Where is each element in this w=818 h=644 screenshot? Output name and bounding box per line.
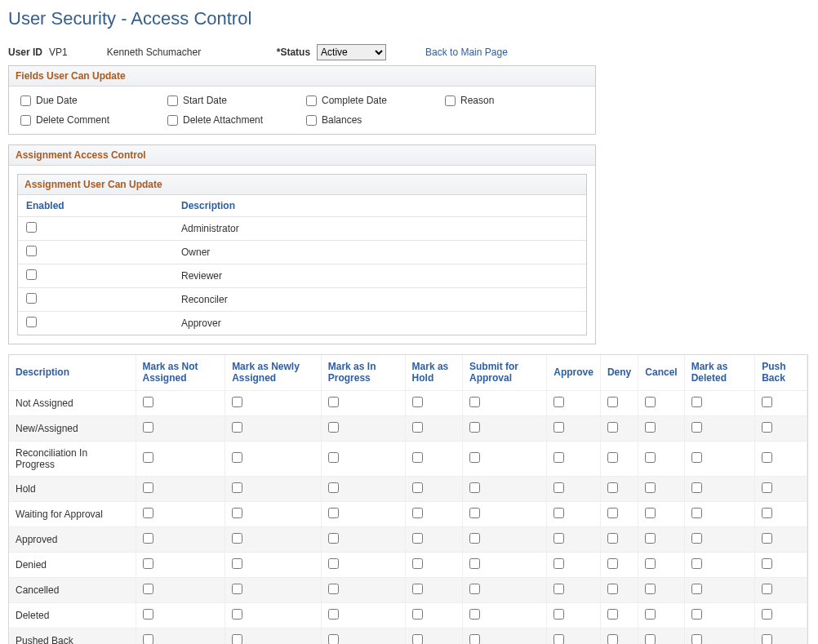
matrix-checkbox[interactable]: [232, 558, 242, 569]
matrix-checkbox[interactable]: [328, 558, 339, 569]
field-delete-attachment[interactable]: Delete Attachment: [167, 114, 306, 126]
matrix-checkbox[interactable]: [607, 634, 618, 644]
matrix-checkbox[interactable]: [607, 584, 618, 594]
enabled-checkbox[interactable]: [26, 222, 37, 233]
matrix-checkbox[interactable]: [691, 397, 702, 407]
matrix-checkbox[interactable]: [328, 422, 339, 433]
matrix-checkbox[interactable]: [412, 634, 423, 644]
matrix-checkbox[interactable]: [553, 452, 564, 463]
matrix-checkbox[interactable]: [553, 558, 564, 569]
matrix-checkbox[interactable]: [645, 533, 656, 544]
matrix-checkbox[interactable]: [143, 422, 153, 433]
matrix-checkbox[interactable]: [762, 422, 772, 433]
col-description[interactable]: Description: [173, 195, 586, 217]
matrix-col-header[interactable]: Description: [9, 355, 136, 390]
matrix-checkbox[interactable]: [143, 634, 153, 644]
matrix-checkbox[interactable]: [691, 482, 702, 493]
matrix-checkbox[interactable]: [328, 609, 339, 620]
matrix-col-header[interactable]: Mark as Newly Assigned: [225, 355, 322, 390]
matrix-checkbox[interactable]: [762, 397, 772, 407]
matrix-col-header[interactable]: Mark as Hold: [405, 355, 462, 390]
matrix-checkbox[interactable]: [232, 508, 242, 518]
matrix-checkbox[interactable]: [762, 609, 772, 620]
matrix-checkbox[interactable]: [412, 397, 423, 407]
matrix-checkbox[interactable]: [762, 634, 772, 644]
matrix-checkbox[interactable]: [645, 609, 656, 620]
matrix-checkbox[interactable]: [469, 609, 480, 620]
status-select[interactable]: Active: [317, 44, 386, 60]
field-start-date[interactable]: Start Date: [167, 95, 306, 106]
matrix-checkbox[interactable]: [328, 452, 339, 463]
matrix-checkbox[interactable]: [553, 584, 564, 594]
field-balances[interactable]: Balances: [306, 114, 445, 126]
matrix-checkbox[interactable]: [469, 482, 480, 493]
matrix-checkbox[interactable]: [143, 452, 153, 463]
matrix-checkbox[interactable]: [143, 482, 153, 493]
matrix-checkbox[interactable]: [412, 609, 423, 620]
matrix-checkbox[interactable]: [469, 452, 480, 463]
matrix-checkbox[interactable]: [412, 584, 423, 594]
matrix-col-header[interactable]: Push Back: [755, 355, 807, 390]
matrix-checkbox[interactable]: [328, 584, 339, 594]
matrix-checkbox[interactable]: [143, 609, 153, 620]
checkbox-delete-attachment[interactable]: [167, 115, 178, 126]
matrix-checkbox[interactable]: [232, 397, 242, 407]
field-reason[interactable]: Reason: [445, 95, 567, 106]
matrix-checkbox[interactable]: [412, 558, 423, 569]
matrix-checkbox[interactable]: [691, 452, 702, 463]
matrix-checkbox[interactable]: [762, 508, 772, 518]
matrix-checkbox[interactable]: [607, 609, 618, 620]
matrix-checkbox[interactable]: [469, 634, 480, 644]
matrix-checkbox[interactable]: [762, 452, 772, 463]
matrix-checkbox[interactable]: [143, 508, 153, 518]
matrix-checkbox[interactable]: [645, 634, 656, 644]
field-delete-comment[interactable]: Delete Comment: [20, 114, 167, 126]
matrix-checkbox[interactable]: [412, 452, 423, 463]
matrix-checkbox[interactable]: [143, 533, 153, 544]
matrix-checkbox[interactable]: [553, 609, 564, 620]
matrix-checkbox[interactable]: [553, 533, 564, 544]
matrix-checkbox[interactable]: [469, 584, 480, 594]
matrix-col-header[interactable]: Deny: [600, 355, 638, 390]
matrix-checkbox[interactable]: [232, 609, 242, 620]
matrix-checkbox[interactable]: [143, 397, 153, 407]
matrix-checkbox[interactable]: [469, 508, 480, 518]
matrix-col-header[interactable]: Mark as Deleted: [684, 355, 755, 390]
matrix-checkbox[interactable]: [328, 533, 339, 544]
matrix-col-header[interactable]: Approve: [547, 355, 601, 390]
matrix-checkbox[interactable]: [691, 422, 702, 433]
checkbox-start-date[interactable]: [167, 95, 178, 106]
matrix-checkbox[interactable]: [232, 452, 242, 463]
matrix-col-header[interactable]: Mark as Not Assigned: [136, 355, 225, 390]
matrix-checkbox[interactable]: [553, 422, 564, 433]
enabled-checkbox[interactable]: [26, 246, 37, 256]
checkbox-delete-comment[interactable]: [20, 115, 31, 126]
matrix-checkbox[interactable]: [469, 422, 480, 433]
matrix-col-header[interactable]: Cancel: [638, 355, 684, 390]
matrix-checkbox[interactable]: [645, 452, 656, 463]
field-complete-date[interactable]: Complete Date: [306, 95, 445, 106]
matrix-checkbox[interactable]: [607, 558, 618, 569]
matrix-checkbox[interactable]: [691, 558, 702, 569]
matrix-checkbox[interactable]: [691, 584, 702, 594]
matrix-checkbox[interactable]: [691, 634, 702, 644]
matrix-checkbox[interactable]: [143, 558, 153, 569]
matrix-checkbox[interactable]: [412, 482, 423, 493]
matrix-checkbox[interactable]: [645, 397, 656, 407]
back-to-main-link[interactable]: Back to Main Page: [425, 47, 508, 58]
matrix-checkbox[interactable]: [691, 533, 702, 544]
matrix-col-header[interactable]: Submit for Approval: [463, 355, 547, 390]
matrix-checkbox[interactable]: [232, 584, 242, 594]
matrix-checkbox[interactable]: [645, 508, 656, 518]
matrix-checkbox[interactable]: [645, 482, 656, 493]
matrix-checkbox[interactable]: [412, 533, 423, 544]
matrix-checkbox[interactable]: [645, 584, 656, 594]
matrix-checkbox[interactable]: [232, 533, 242, 544]
matrix-checkbox[interactable]: [553, 482, 564, 493]
matrix-checkbox[interactable]: [607, 508, 618, 518]
col-enabled[interactable]: Enabled: [18, 195, 173, 217]
checkbox-reason[interactable]: [445, 95, 456, 106]
checkbox-due-date[interactable]: [20, 95, 31, 106]
checkbox-balances[interactable]: [306, 115, 317, 126]
matrix-col-header[interactable]: Mark as In Progress: [321, 355, 405, 390]
